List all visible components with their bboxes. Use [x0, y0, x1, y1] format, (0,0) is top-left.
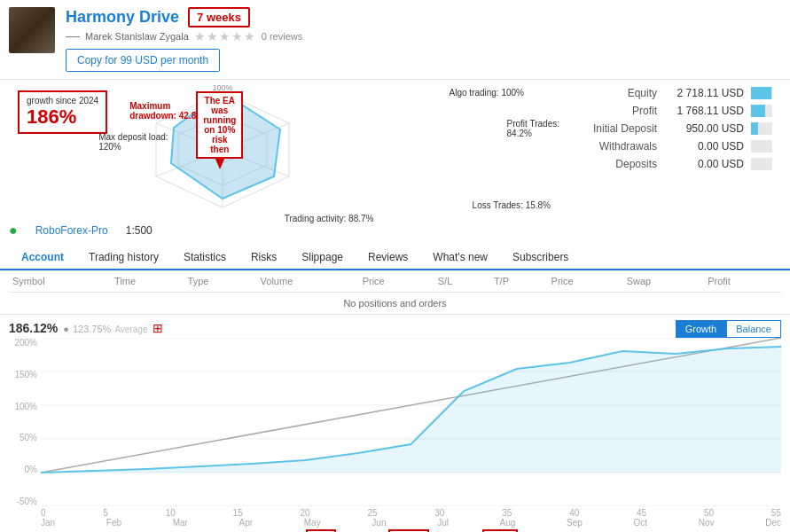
- x-25: 25: [367, 508, 377, 518]
- equity-label: Equity: [559, 87, 657, 99]
- chart-avg-label: Average: [114, 325, 147, 334]
- tab-risks[interactable]: Risks: [239, 246, 289, 270]
- col-symbol: Symbol: [9, 270, 111, 293]
- initial-row: Initial Deposit 950.00 USD: [559, 122, 772, 135]
- profit-label: Profit: [559, 105, 657, 117]
- tab-account[interactable]: Account: [9, 246, 76, 270]
- right-stats-panel: Equity 2 718.11 USD Profit 1 768.11 USD …: [542, 80, 790, 183]
- x-0: 0: [41, 508, 46, 518]
- chart-canvas: [41, 338, 781, 506]
- profit-bar-container: [751, 105, 772, 117]
- x-45: 45: [637, 508, 646, 518]
- tab-bar: Account Trading history Statistics Risks…: [0, 246, 790, 270]
- broker-status-icon: ●: [9, 223, 18, 239]
- x-35: 35: [502, 508, 512, 518]
- radar-label-deposit: Max deposit load:120%: [98, 132, 168, 152]
- radar-label-activity: Trading activity: 88.7%: [285, 214, 374, 223]
- growth-box-inner: growth since 2024 186%: [18, 90, 107, 134]
- col-profit: Profit: [704, 270, 781, 293]
- x-30: 30: [434, 508, 444, 518]
- annotation-arrow: [215, 157, 225, 169]
- annotation-text: The EA was running on 10% risk then: [203, 96, 236, 154]
- equity-value: 2 718.11 USD: [664, 87, 744, 99]
- tab-trading-history[interactable]: Trading history: [76, 246, 171, 270]
- account-title[interactable]: Harmony Drive: [66, 8, 179, 27]
- month-oct: Oct: [633, 518, 647, 528]
- chart-main-stat: 186.12%: [9, 321, 58, 335]
- balance-toggle-button[interactable]: Balance: [726, 320, 781, 338]
- stats-main-row: growth since 2024 186% The EA was runnin…: [0, 80, 790, 219]
- radar-label-algo: Algo trading: 100%: [449, 88, 524, 98]
- col-swap: Swap: [623, 270, 704, 293]
- chart-header: 186.12% ● 123.75% Average ⊞ Growth Balan…: [9, 320, 781, 338]
- withdrawals-row: Withdrawals 0.00 USD: [559, 140, 772, 153]
- deposits-label: Deposits: [559, 158, 657, 170]
- x-55: 55: [771, 508, 781, 518]
- month-jul: Jul: [437, 518, 449, 528]
- title-row: Harmony Drive 7 weeks: [66, 7, 781, 27]
- month-apr: Apr: [239, 518, 254, 528]
- tab-reviews[interactable]: Reviews: [356, 246, 420, 270]
- deposits-bar-container: [751, 158, 772, 170]
- broker-row: ● RoboForex-Pro 1:500: [0, 219, 790, 242]
- growth-toggle-button[interactable]: Growth: [676, 320, 726, 338]
- author-dash: —: [66, 29, 80, 43]
- month-sep: Sep: [567, 518, 583, 528]
- header-info: Harmony Drive 7 weeks — Marek Stanislaw …: [66, 7, 781, 72]
- tab-whats-new[interactable]: What's new: [420, 246, 500, 270]
- initial-bar: [751, 122, 758, 135]
- no-data-message: No positions and orders: [9, 293, 781, 315]
- withdrawals-bar-container: [751, 140, 772, 153]
- leverage: 1:500: [126, 224, 153, 237]
- month-may: May: [304, 518, 321, 528]
- profit-bar: [751, 105, 765, 117]
- chart-section: 186.12% ● 123.75% Average ⊞ Growth Balan…: [0, 314, 790, 532]
- chart-info-icon[interactable]: ⊞: [153, 321, 163, 335]
- positions-table: Symbol Time Type Volume Price S/L T/P Pr…: [9, 270, 781, 314]
- y-0: 0%: [9, 465, 37, 474]
- radar-area: 100% 50% Algo trading: 100% Profit Trade…: [125, 83, 533, 219]
- initial-value: 950.00 USD: [664, 122, 744, 135]
- col-tp: T/P: [490, 270, 548, 293]
- tab-subscribers[interactable]: Subscribers: [500, 246, 581, 270]
- growth-box: growth since 2024 186%: [9, 85, 116, 139]
- y-200: 200%: [9, 338, 37, 348]
- chart-toggle: Growth Balance: [676, 320, 781, 338]
- x-40: 40: [569, 508, 579, 518]
- copy-button[interactable]: Copy for 99 USD per month: [66, 49, 220, 72]
- chart-wrapper: 200% 150% 100% 50% 0% -50%: [9, 338, 781, 506]
- annotation-bubble: The EA was running on 10% risk then: [196, 91, 243, 159]
- col-sl: S/L: [434, 270, 490, 293]
- avatar: [9, 7, 55, 53]
- col-time: Time: [111, 270, 184, 293]
- growth-value: 186%: [27, 106, 98, 129]
- y-50: 50%: [9, 433, 37, 442]
- col-type: Type: [184, 270, 257, 293]
- x-axis-months: Jan Feb Mar Apr May Jun Jul Aug Sep Oct …: [9, 518, 781, 528]
- broker-name[interactable]: RoboForex-Pro: [35, 224, 108, 237]
- profit-row: Profit 1 768.11 USD: [559, 105, 772, 117]
- tab-slippage[interactable]: Slippage: [289, 246, 356, 270]
- col-price2: Price: [548, 270, 623, 293]
- x-10: 10: [166, 508, 176, 518]
- month-feb: Feb: [106, 518, 121, 528]
- deposits-value: 0.00 USD: [664, 158, 744, 170]
- y-neg50: -50%: [9, 497, 37, 506]
- stars: ★★★★★: [194, 29, 256, 43]
- y-axis: 200% 150% 100% 50% 0% -50%: [9, 338, 41, 506]
- tab-statistics[interactable]: Statistics: [171, 246, 239, 270]
- reviews-count: 0 reviews: [262, 31, 302, 42]
- chart-avg-value: 123.75%: [73, 324, 111, 334]
- svg-marker-17: [41, 347, 781, 473]
- radar-label-drawdown: Maximumdrawdown: 42.8%: [129, 101, 204, 121]
- initial-label: Initial Deposit: [559, 122, 657, 135]
- equity-bar-container: [751, 87, 772, 99]
- equity-row: Equity 2 718.11 USD: [559, 87, 772, 99]
- month-jan: Jan: [41, 518, 55, 528]
- x-15: 15: [233, 508, 243, 518]
- month-aug: Aug: [500, 518, 516, 528]
- chart-avg-dot: ●: [63, 324, 69, 334]
- y-150: 150%: [9, 370, 37, 379]
- radar-label-loss: Loss Trades: 15.8%: [473, 200, 551, 210]
- header: Harmony Drive 7 weeks — Marek Stanislaw …: [0, 0, 790, 80]
